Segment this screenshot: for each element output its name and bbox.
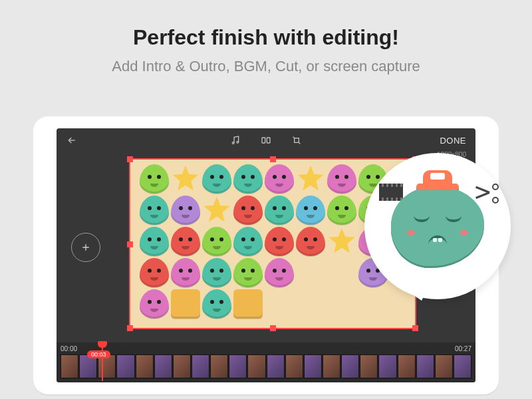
- mascot: [391, 186, 484, 266]
- game-tile: [327, 196, 356, 225]
- timeline-thumb[interactable]: [416, 354, 434, 378]
- timeline-thumb[interactable]: [323, 354, 340, 378]
- game-tile: [140, 164, 169, 194]
- game-preview: [140, 164, 388, 319]
- time-end: 00:27: [455, 345, 471, 352]
- timeline-thumb[interactable]: [378, 354, 396, 378]
- film-strip-icon: [379, 184, 403, 201]
- timeline-thumb[interactable]: [398, 354, 416, 378]
- time-scale: 00:00 00:27: [57, 342, 475, 354]
- game-tile: [265, 258, 294, 287]
- svg-point-0: [232, 142, 234, 144]
- game-tile: [202, 196, 231, 225]
- game-tile: [265, 196, 294, 225]
- plus-icon: [80, 242, 91, 253]
- hero-subtitle: Add Intro & Outro, BGM, Cut, or screen c…: [0, 58, 532, 75]
- timeline-track[interactable]: 00:03: [61, 354, 471, 378]
- game-tile: [171, 289, 200, 319]
- add-clip-button[interactable]: [71, 233, 100, 262]
- timeline-thumb[interactable]: [136, 354, 154, 378]
- game-tile: [327, 289, 356, 319]
- game-tile: [171, 258, 200, 287]
- game-tile: [140, 227, 169, 256]
- timeline-thumb[interactable]: [247, 354, 265, 378]
- timeline-thumb[interactable]: [154, 354, 172, 378]
- editor-topbar: DONE: [57, 128, 475, 152]
- timeline-thumb[interactable]: [229, 354, 247, 378]
- done-button[interactable]: DONE: [440, 136, 466, 146]
- crop-button[interactable]: [290, 134, 303, 147]
- game-tile: [140, 196, 169, 225]
- game-tile: [265, 164, 294, 194]
- timeline-thumb[interactable]: [192, 354, 209, 378]
- svg-point-1: [237, 141, 239, 143]
- game-tile: [296, 164, 325, 194]
- svg-rect-4: [295, 138, 299, 143]
- game-tile: [202, 227, 231, 256]
- game-tile: [265, 227, 294, 256]
- resize-handle[interactable]: [127, 325, 133, 331]
- game-tile: [233, 258, 263, 287]
- resize-handle[interactable]: [270, 156, 276, 162]
- svg-rect-3: [267, 138, 270, 143]
- back-button[interactable]: [66, 134, 78, 146]
- game-tile: [140, 289, 169, 319]
- game-tile: [296, 227, 325, 256]
- game-tile: [265, 289, 294, 319]
- timeline[interactable]: 00:00 00:27 00:03: [57, 342, 475, 382]
- game-tile: [327, 258, 356, 287]
- timeline-thumb[interactable]: [61, 354, 78, 378]
- game-tile: [233, 164, 263, 194]
- game-tile: [296, 196, 325, 225]
- game-tile: [202, 258, 231, 287]
- scissors-icon: [475, 185, 496, 202]
- split-icon: [260, 135, 272, 146]
- game-tile: [358, 289, 388, 319]
- game-tile: [171, 196, 200, 225]
- game-tile: [233, 227, 263, 256]
- game-tile: [296, 258, 325, 287]
- mascot-speech-bubble: [364, 153, 511, 299]
- timeline-thumb[interactable]: [341, 354, 359, 378]
- game-tile: [202, 289, 231, 319]
- crop-icon: [291, 135, 302, 146]
- timeline-thumb[interactable]: [267, 354, 285, 378]
- timeline-thumb[interactable]: [435, 354, 453, 378]
- music-icon: [230, 135, 241, 146]
- back-icon: [66, 135, 77, 146]
- music-button[interactable]: [229, 134, 242, 147]
- mascot-hat: [416, 170, 459, 190]
- timeline-thumb[interactable]: [454, 354, 471, 378]
- resize-handle[interactable]: [270, 325, 276, 331]
- game-tile: [233, 289, 263, 319]
- resize-handle[interactable]: [127, 156, 133, 162]
- timeline-thumb[interactable]: [285, 354, 303, 378]
- timeline-thumb[interactable]: [210, 354, 228, 378]
- mascot-body: [391, 186, 484, 266]
- timeline-thumb[interactable]: [360, 354, 378, 378]
- game-tile: [327, 227, 356, 256]
- resize-handle[interactable]: [412, 325, 418, 331]
- game-tile: [327, 164, 356, 194]
- game-tile: [171, 227, 200, 256]
- playhead-time: 00:03: [87, 350, 110, 358]
- game-tile: [140, 258, 169, 287]
- game-tile: [171, 164, 200, 194]
- svg-rect-2: [262, 138, 265, 143]
- game-tile: [202, 164, 231, 194]
- timeline-thumb[interactable]: [304, 354, 322, 378]
- time-start: 00:00: [61, 345, 77, 352]
- game-tile: [233, 196, 263, 225]
- resize-handle[interactable]: [127, 241, 133, 247]
- game-tile: [296, 289, 325, 319]
- timeline-thumb[interactable]: [173, 354, 191, 378]
- timeline-thumb[interactable]: [116, 354, 134, 378]
- hero-title: Perfect finish with editing!: [0, 25, 532, 50]
- split-button[interactable]: [259, 134, 273, 147]
